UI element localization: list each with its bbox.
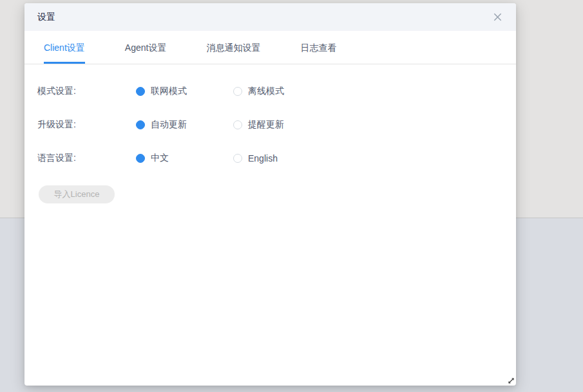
setting-label: 升级设置: [37, 119, 136, 131]
setting-row-upgrade: 升级设置: 自动更新 提醒更新 [24, 108, 516, 142]
import-licence-button[interactable]: 导入Licence [39, 185, 115, 203]
radio-option-label: 提醒更新 [248, 119, 284, 131]
dialog-title: 设置 [37, 12, 55, 23]
close-button[interactable] [490, 10, 504, 24]
radio-unselected-icon [233, 120, 242, 129]
radio-option-label: 联网模式 [151, 86, 187, 97]
radio-option-offline-mode[interactable]: 离线模式 [233, 86, 284, 97]
tab-bar: Client设置 Agent设置 消息通知设置 日志查看 [24, 31, 516, 64]
radio-option-chinese[interactable]: 中文 [136, 153, 233, 164]
close-icon [493, 12, 502, 22]
tab-log-view[interactable]: 日志查看 [300, 42, 336, 64]
radio-option-remind-update[interactable]: 提醒更新 [233, 119, 284, 131]
radio-unselected-icon [233, 87, 242, 96]
radio-option-auto-update[interactable]: 自动更新 [136, 119, 233, 131]
tab-agent-settings[interactable]: Agent设置 [125, 42, 167, 64]
settings-dialog: 设置 Client设置 Agent设置 消息通知设置 日志查看 模式设置: 联网… [24, 3, 516, 386]
radio-selected-icon [136, 120, 145, 129]
radio-option-online-mode[interactable]: 联网模式 [136, 86, 233, 97]
radio-selected-icon [136, 154, 145, 163]
dialog-header: 设置 [24, 3, 516, 31]
setting-row-language: 语言设置: 中文 English [24, 142, 516, 175]
radio-option-english[interactable]: English [233, 153, 278, 163]
radio-option-label: 中文 [151, 153, 169, 164]
setting-label: 模式设置: [37, 86, 136, 97]
resize-cursor-icon [508, 377, 515, 384]
radio-unselected-icon [233, 154, 242, 163]
radio-option-label: English [248, 153, 278, 163]
settings-panel: 模式设置: 联网模式 离线模式 升级设置: 自动更新 提醒更新 语言设置: [24, 64, 516, 203]
radio-selected-icon [136, 87, 145, 96]
tab-notification-settings[interactable]: 消息通知设置 [206, 42, 260, 64]
radio-option-label: 自动更新 [151, 119, 187, 131]
setting-row-mode: 模式设置: 联网模式 离线模式 [24, 75, 516, 108]
tab-client-settings[interactable]: Client设置 [44, 42, 85, 64]
setting-label: 语言设置: [37, 153, 136, 164]
radio-option-label: 离线模式 [248, 86, 284, 97]
page: { "dialog": { "title": "设置" }, "tabs": [… [0, 0, 583, 392]
